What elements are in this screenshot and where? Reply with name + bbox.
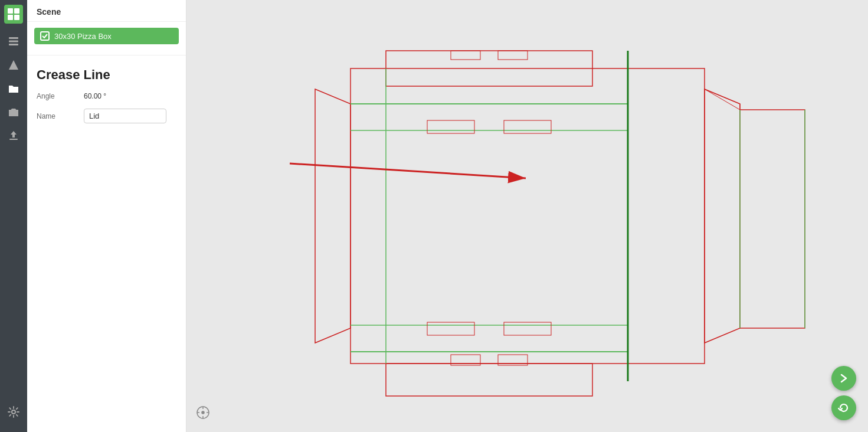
scene-title: Scene <box>37 7 61 17</box>
svg-marker-7 <box>9 60 18 70</box>
svg-rect-14 <box>451 51 480 60</box>
svg-rect-12 <box>351 68 628 364</box>
icon-bar <box>0 0 27 432</box>
svg-rect-1 <box>14 8 19 14</box>
fab-buttons <box>831 366 856 420</box>
main-canvas <box>186 0 868 432</box>
divider <box>27 55 186 55</box>
angle-value: 60.00 ° <box>84 92 106 100</box>
svg-rect-30 <box>427 120 474 133</box>
svg-rect-3 <box>14 15 19 20</box>
svg-rect-16 <box>386 364 592 396</box>
svg-rect-19 <box>628 68 705 364</box>
app-logo[interactable] <box>4 5 23 24</box>
svg-rect-9 <box>9 139 18 140</box>
svg-rect-31 <box>504 120 551 133</box>
angle-row: Angle 60.00 ° <box>37 92 176 100</box>
svg-point-10 <box>12 410 15 414</box>
svg-rect-15 <box>498 51 528 60</box>
compass-icon[interactable] <box>196 405 210 423</box>
properties-section: Crease Line Angle 60.00 ° Name <box>27 60 186 139</box>
svg-rect-0 <box>8 8 13 14</box>
scene-item-label: 30x30 Pizza Box <box>54 32 112 41</box>
canvas-content <box>186 0 868 432</box>
svg-rect-2 <box>8 15 13 20</box>
svg-marker-20 <box>705 89 740 343</box>
side-panel: Scene 30x30 Pizza Box Crease Line Angle … <box>27 0 186 432</box>
refresh-button[interactable] <box>831 395 856 420</box>
next-button[interactable] <box>831 366 856 391</box>
settings-icon[interactable] <box>3 401 24 423</box>
svg-rect-4 <box>9 37 18 39</box>
folder-icon[interactable] <box>3 78 24 99</box>
shape-icon[interactable] <box>3 54 24 76</box>
svg-rect-6 <box>9 44 18 45</box>
svg-rect-32 <box>427 322 474 335</box>
upload-icon[interactable] <box>3 125 24 146</box>
svg-rect-33 <box>504 322 551 335</box>
svg-rect-21 <box>740 110 805 328</box>
camera-icon[interactable] <box>3 102 24 123</box>
name-row: Name <box>37 109 176 123</box>
scene-item-pizza-box[interactable]: 30x30 Pizza Box <box>34 28 179 44</box>
name-label: Name <box>37 112 84 120</box>
svg-marker-11 <box>315 89 351 343</box>
svg-rect-5 <box>9 41 18 42</box>
name-input[interactable] <box>84 109 166 123</box>
layers-icon[interactable] <box>3 31 24 52</box>
box-diagram <box>232 33 823 399</box>
svg-marker-34 <box>705 89 740 110</box>
svg-point-38 <box>202 411 204 414</box>
properties-title: Crease Line <box>37 67 176 83</box>
scene-header: Scene <box>27 0 186 22</box>
angle-label: Angle <box>37 92 84 100</box>
scene-item-checkbox[interactable] <box>40 31 50 41</box>
